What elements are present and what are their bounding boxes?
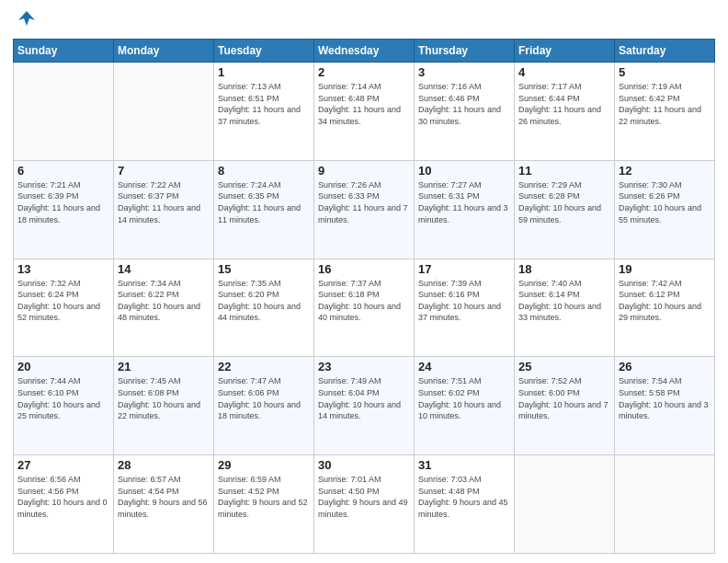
table-row: 11Sunrise: 7:29 AM Sunset: 6:28 PM Dayli… (515, 160, 615, 259)
day-number: 20 (17, 360, 109, 373)
table-row: 30Sunrise: 7:01 AM Sunset: 4:50 PM Dayli… (314, 455, 415, 554)
day-info: Sunrise: 7:47 AM Sunset: 6:06 PM Dayligh… (218, 375, 310, 421)
day-info: Sunrise: 7:19 AM Sunset: 6:42 PM Dayligh… (619, 81, 711, 127)
table-row: 21Sunrise: 7:45 AM Sunset: 6:08 PM Dayli… (114, 357, 214, 455)
table-row: 18Sunrise: 7:40 AM Sunset: 6:14 PM Dayli… (515, 259, 615, 357)
col-wednesday: Wednesday (314, 40, 415, 63)
day-info: Sunrise: 7:21 AM Sunset: 6:39 PM Dayligh… (17, 179, 109, 225)
table-row: 22Sunrise: 7:47 AM Sunset: 6:06 PM Dayli… (214, 357, 314, 455)
day-info: Sunrise: 7:39 AM Sunset: 6:16 PM Dayligh… (418, 278, 510, 324)
table-row: 13Sunrise: 7:32 AM Sunset: 6:24 PM Dayli… (14, 259, 114, 357)
day-info: Sunrise: 7:51 AM Sunset: 6:02 PM Dayligh… (418, 375, 510, 421)
col-monday: Monday (114, 40, 214, 63)
day-info: Sunrise: 7:14 AM Sunset: 6:48 PM Dayligh… (318, 81, 410, 127)
day-number: 23 (318, 360, 410, 373)
col-thursday: Thursday (415, 40, 515, 63)
day-number: 22 (218, 360, 310, 373)
day-number: 14 (118, 262, 210, 276)
day-number: 13 (17, 262, 109, 276)
table-row: 14Sunrise: 7:34 AM Sunset: 6:22 PM Dayli… (114, 259, 214, 357)
table-row: 29Sunrise: 6:59 AM Sunset: 4:52 PM Dayli… (214, 455, 314, 554)
table-row: 31Sunrise: 7:03 AM Sunset: 4:48 PM Dayli… (415, 455, 515, 554)
day-info: Sunrise: 7:40 AM Sunset: 6:14 PM Dayligh… (518, 278, 610, 324)
calendar-week-row: 27Sunrise: 6:56 AM Sunset: 4:56 PM Dayli… (14, 455, 715, 554)
col-saturday: Saturday (615, 40, 715, 63)
day-info: Sunrise: 7:16 AM Sunset: 6:46 PM Dayligh… (418, 81, 510, 127)
table-row: 23Sunrise: 7:49 AM Sunset: 6:04 PM Dayli… (314, 357, 415, 455)
day-info: Sunrise: 7:35 AM Sunset: 6:20 PM Dayligh… (218, 278, 310, 324)
day-number: 8 (218, 164, 310, 178)
day-number: 10 (418, 164, 510, 178)
table-row: 25Sunrise: 7:52 AM Sunset: 6:00 PM Dayli… (515, 357, 615, 455)
day-number: 2 (318, 65, 410, 79)
day-info: Sunrise: 7:37 AM Sunset: 6:18 PM Dayligh… (318, 278, 410, 324)
day-number: 12 (619, 164, 711, 178)
day-info: Sunrise: 7:26 AM Sunset: 6:33 PM Dayligh… (318, 179, 410, 225)
day-info: Sunrise: 6:57 AM Sunset: 4:54 PM Dayligh… (118, 474, 210, 520)
day-number: 31 (418, 458, 510, 472)
calendar-week-row: 6Sunrise: 7:21 AM Sunset: 6:39 PM Daylig… (14, 160, 715, 259)
day-info: Sunrise: 7:42 AM Sunset: 6:12 PM Dayligh… (619, 278, 711, 324)
table-row (515, 455, 615, 554)
table-row: 17Sunrise: 7:39 AM Sunset: 6:16 PM Dayli… (415, 259, 515, 357)
table-row: 4Sunrise: 7:17 AM Sunset: 6:44 PM Daylig… (515, 63, 615, 161)
day-number: 15 (218, 262, 310, 276)
day-info: Sunrise: 7:27 AM Sunset: 6:31 PM Dayligh… (418, 179, 510, 225)
day-number: 27 (17, 458, 109, 472)
day-info: Sunrise: 7:29 AM Sunset: 6:28 PM Dayligh… (518, 179, 610, 225)
table-row: 8Sunrise: 7:24 AM Sunset: 6:35 PM Daylig… (214, 160, 314, 259)
table-row (615, 455, 715, 554)
day-info: Sunrise: 6:56 AM Sunset: 4:56 PM Dayligh… (17, 474, 109, 520)
day-number: 25 (518, 360, 610, 373)
day-info: Sunrise: 7:24 AM Sunset: 6:35 PM Dayligh… (218, 179, 310, 225)
table-row: 3Sunrise: 7:16 AM Sunset: 6:46 PM Daylig… (415, 63, 515, 161)
table-row: 27Sunrise: 6:56 AM Sunset: 4:56 PM Dayli… (14, 455, 114, 554)
day-info: Sunrise: 7:34 AM Sunset: 6:22 PM Dayligh… (118, 278, 210, 324)
table-row: 10Sunrise: 7:27 AM Sunset: 6:31 PM Dayli… (415, 160, 515, 259)
table-row: 7Sunrise: 7:22 AM Sunset: 6:37 PM Daylig… (114, 160, 214, 259)
col-tuesday: Tuesday (214, 40, 314, 63)
table-row: 15Sunrise: 7:35 AM Sunset: 6:20 PM Dayli… (214, 259, 314, 357)
table-row: 20Sunrise: 7:44 AM Sunset: 6:10 PM Dayli… (14, 357, 114, 455)
day-number: 26 (619, 360, 711, 373)
day-number: 6 (17, 164, 109, 178)
day-number: 29 (218, 458, 310, 472)
day-info: Sunrise: 7:45 AM Sunset: 6:08 PM Dayligh… (118, 375, 210, 421)
day-number: 24 (418, 360, 510, 373)
table-row: 24Sunrise: 7:51 AM Sunset: 6:02 PM Dayli… (415, 357, 515, 455)
table-row: 6Sunrise: 7:21 AM Sunset: 6:39 PM Daylig… (14, 160, 114, 259)
table-row (114, 63, 214, 161)
day-number: 21 (118, 360, 210, 373)
table-row (14, 63, 114, 161)
day-info: Sunrise: 7:32 AM Sunset: 6:24 PM Dayligh… (17, 278, 109, 324)
day-number: 19 (619, 262, 711, 276)
logo (13, 9, 37, 33)
day-number: 4 (518, 65, 610, 79)
calendar-week-row: 1Sunrise: 7:13 AM Sunset: 6:51 PM Daylig… (14, 63, 715, 161)
header (13, 9, 715, 33)
table-row: 26Sunrise: 7:54 AM Sunset: 5:58 PM Dayli… (615, 357, 715, 455)
day-info: Sunrise: 7:52 AM Sunset: 6:00 PM Dayligh… (518, 375, 610, 421)
day-number: 3 (418, 65, 510, 79)
day-number: 11 (518, 164, 610, 178)
day-info: Sunrise: 7:44 AM Sunset: 6:10 PM Dayligh… (17, 375, 109, 421)
calendar-week-row: 13Sunrise: 7:32 AM Sunset: 6:24 PM Dayli… (14, 259, 715, 357)
day-info: Sunrise: 7:22 AM Sunset: 6:37 PM Dayligh… (118, 179, 210, 225)
day-number: 7 (118, 164, 210, 178)
table-row: 12Sunrise: 7:30 AM Sunset: 6:26 PM Dayli… (615, 160, 715, 259)
day-info: Sunrise: 7:13 AM Sunset: 6:51 PM Dayligh… (218, 81, 310, 127)
day-info: Sunrise: 7:30 AM Sunset: 6:26 PM Dayligh… (619, 179, 711, 225)
col-sunday: Sunday (14, 40, 114, 63)
day-number: 28 (118, 458, 210, 472)
svg-marker-0 (18, 11, 35, 26)
calendar-header-row: Sunday Monday Tuesday Wednesday Thursday… (14, 40, 715, 63)
day-number: 30 (318, 458, 410, 472)
day-number: 9 (318, 164, 410, 178)
day-info: Sunrise: 6:59 AM Sunset: 4:52 PM Dayligh… (218, 474, 310, 520)
calendar-week-row: 20Sunrise: 7:44 AM Sunset: 6:10 PM Dayli… (14, 357, 715, 455)
table-row: 19Sunrise: 7:42 AM Sunset: 6:12 PM Dayli… (615, 259, 715, 357)
col-friday: Friday (515, 40, 615, 63)
table-row: 16Sunrise: 7:37 AM Sunset: 6:18 PM Dayli… (314, 259, 415, 357)
day-number: 5 (619, 65, 711, 79)
day-info: Sunrise: 7:01 AM Sunset: 4:50 PM Dayligh… (318, 474, 410, 520)
